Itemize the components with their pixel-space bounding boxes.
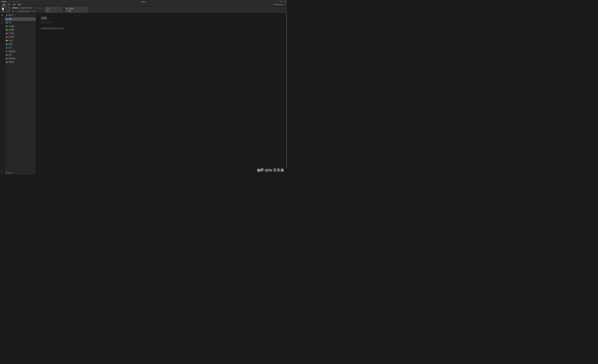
notebook-color-icon — [6, 58, 8, 59]
tab-draw[interactable]: 绘图 — [12, 3, 17, 6]
outdent-button[interactable]: ⇤ — [34, 7, 37, 9]
notebook-header-label: 笔记本 — [8, 14, 13, 16]
align-button[interactable]: ≡ ▾ — [32, 10, 35, 13]
chevron-down-icon: ▾ — [18, 7, 18, 9]
notebook-color-icon — [6, 18, 8, 20]
notebook-color-icon — [6, 54, 8, 56]
sync-status[interactable]: 已离线保存 (错误) — [274, 4, 283, 5]
notebook-item-label: 会议 — [8, 47, 11, 49]
highlight-button[interactable]: 🖍▾ — [25, 10, 28, 13]
notification-icon[interactable] — [280, 1, 281, 2]
tab-insert[interactable]: 插入 — [7, 3, 12, 6]
italic-button[interactable]: I — [15, 10, 17, 13]
zhihu-logo: 知乎 — [257, 168, 264, 173]
note-canvas[interactable]: 说明 2021年1月5日 14:32 这是便签分区的示例内容文本段落。 知乎 @… — [36, 13, 287, 175]
notebook-sidebar: 笔记本 ⌃ 便签工作个人爱好项目档案学习笔记待办清单日志本资料库会议收藏夹记录归… — [5, 13, 36, 175]
notebook-list: 便签工作个人爱好项目档案学习笔记待办清单日志本资料库会议收藏夹记录归档参考资料本… — [5, 17, 36, 171]
underline-button[interactable]: U — [17, 10, 20, 13]
notebook-item[interactable]: 待办清单 — [5, 35, 36, 39]
window-controls — [1, 1, 7, 2]
clipboard-group: 📋 粘贴 ✂剪切 ⧉复制 🖌格式 — [0, 6, 11, 13]
indent-button[interactable]: ⇥ — [37, 7, 40, 9]
share-icon[interactable] — [284, 4, 286, 5]
notebook-color-icon — [6, 47, 8, 49]
quick-access-toolbar: ↶ ↷ ▾ — [9, 0, 18, 3]
notebook-item[interactable]: 存档文档 — [5, 60, 36, 64]
clipboard-icon: 📋 — [2, 7, 4, 10]
svg-rect-5 — [6, 15, 7, 16]
style-heading1[interactable]: 标题 1 — [45, 7, 63, 9]
notebook-item[interactable]: 项目档案 — [5, 28, 36, 32]
nav-rail — [0, 13, 5, 175]
add-notebook-button[interactable]: 添加笔记本 — [5, 171, 36, 175]
svg-line-2 — [2, 19, 3, 20]
font-size-select[interactable]: 20▾ — [21, 7, 25, 9]
tag-todo[interactable]: ✓待办事项 — [66, 8, 88, 9]
styles-gallery[interactable]: 标题 1 标题 2 › — [45, 7, 63, 13]
rail-recent-icon[interactable] — [1, 22, 3, 24]
notebook-item[interactable]: 便签 — [5, 17, 36, 21]
notebook-item-label: 参考资料本 — [8, 58, 16, 60]
tab-view[interactable]: 视图 — [17, 3, 22, 6]
clear-format-button[interactable]: A̶ — [40, 7, 43, 9]
bullet-list-button[interactable]: ≣ ▾ — [26, 7, 28, 9]
rail-notebooks-icon[interactable] — [1, 14, 3, 16]
style-heading2[interactable]: 标题 2 — [45, 10, 63, 12]
tags-gallery[interactable]: ✓待办事项 ★重要 › — [65, 7, 88, 13]
notebook-item[interactable]: 资料库 — [5, 42, 36, 46]
notebook-item[interactable]: 归档 — [5, 53, 36, 57]
notebook-item-label: 资料库 — [8, 43, 13, 45]
paste-label: 粘贴 — [2, 10, 4, 12]
qat-customize-button[interactable]: ▾ — [16, 0, 18, 3]
notebook-item[interactable]: 日志本 — [5, 39, 36, 42]
tag-important[interactable]: ★重要 — [66, 10, 88, 12]
chevron-right-icon: › — [61, 9, 62, 10]
app-title: OneNote — [141, 1, 146, 2]
notebook-dropdown[interactable]: 笔记本 ⌃ — [5, 13, 36, 17]
svg-point-1 — [2, 18, 3, 19]
paste-button[interactable]: 📋 粘贴 — [1, 7, 5, 13]
notebook-item[interactable]: 个人爱好 — [5, 24, 36, 28]
tab-home[interactable]: 开始 — [1, 3, 7, 6]
rail-account-icon[interactable] — [1, 172, 3, 173]
number-list-button[interactable]: ≣ ▾ — [29, 7, 32, 9]
delete-button[interactable]: ✕ — [35, 10, 38, 13]
vertical-scrollbar[interactable] — [286, 13, 287, 169]
strikethrough-button[interactable]: abc — [20, 10, 22, 13]
brush-icon: 🖌 — [6, 11, 7, 12]
notebook-icon — [6, 14, 8, 16]
format-painter-button[interactable]: 🖌格式 — [6, 11, 10, 12]
copy-button[interactable]: ⧉复制 — [6, 9, 10, 10]
ribbon-tabs: 开始 插入 绘图 视图 已离线保存 (错误) — [0, 3, 287, 6]
watermark-handle: @Mr.军君菌 — [265, 168, 284, 173]
notebook-color-icon — [6, 22, 8, 24]
maximize-window-button[interactable] — [5, 1, 7, 2]
rail-search-icon[interactable] — [1, 18, 3, 20]
notebook-item[interactable]: 学习笔记 — [5, 32, 36, 35]
notebook-item[interactable]: 工作 — [5, 21, 36, 24]
subscript-button[interactable]: x₂ ▾ — [23, 10, 25, 13]
notebook-item[interactable]: 会议 — [5, 46, 36, 50]
font-color-button[interactable]: A ▾ — [28, 10, 31, 13]
svg-point-4 — [2, 172, 2, 172]
emoji-button[interactable]: ☺ ▾ — [283, 1, 286, 2]
bold-button[interactable]: B — [12, 10, 14, 13]
minimize-window-button[interactable] — [3, 1, 4, 2]
notebook-item-label: 归档 — [8, 54, 11, 56]
notebook-item[interactable]: 收藏夹记录 — [5, 50, 36, 53]
close-window-button[interactable] — [1, 1, 2, 2]
notebook-item-label: 便签 — [9, 18, 11, 20]
font-family-select[interactable]: 微软雅黑▾ — [12, 7, 21, 9]
notebook-color-icon — [6, 29, 8, 31]
star-icon: ★ — [66, 10, 67, 12]
redo-button[interactable]: ↷ — [12, 0, 15, 3]
notebook-item-label: 日志本 — [8, 40, 13, 42]
notebook-item[interactable]: 参考资料本 — [5, 57, 36, 60]
note-body[interactable]: 这是便签分区的示例内容文本段落。 — [41, 27, 282, 29]
note-timestamp: 2021年1月5日 14:32 — [41, 22, 282, 24]
cut-button[interactable]: ✂剪切 — [6, 7, 10, 8]
notebook-item-label: 收藏夹记录 — [8, 50, 16, 52]
undo-button[interactable]: ↶ — [9, 0, 11, 3]
chevron-right-icon: › — [87, 9, 87, 10]
note-title[interactable]: 说明 — [41, 16, 282, 20]
